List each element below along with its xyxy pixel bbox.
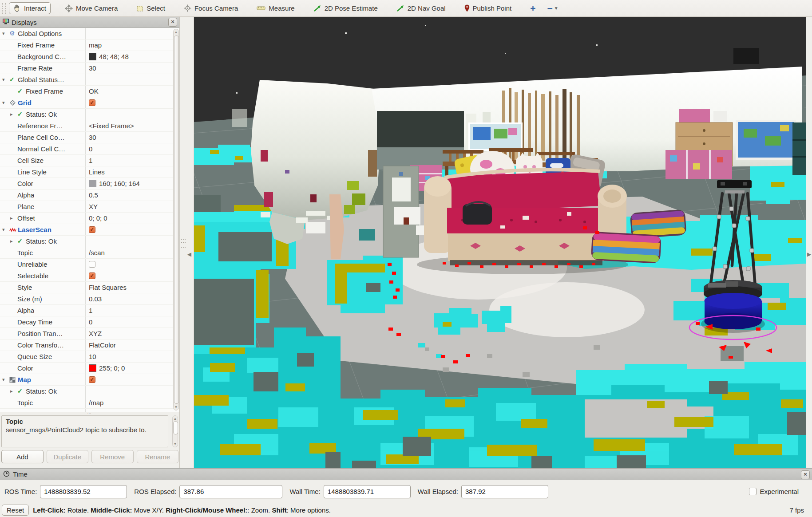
property-value[interactable]: 10 <box>86 351 179 362</box>
tree-row[interactable]: Frame Rate30 <box>0 63 179 74</box>
property-value[interactable]: ✓ <box>86 224 179 235</box>
tree-row[interactable]: Cell Size1 <box>0 155 179 166</box>
tree-row[interactable]: PlaneXY <box>0 201 179 213</box>
wall-elapsed-input[interactable] <box>461 485 548 498</box>
tree-row[interactable]: Reference Fr…<Fixed Frame> <box>0 120 179 132</box>
experimental-checkbox[interactable] <box>749 488 757 495</box>
close-icon[interactable]: × <box>801 470 810 479</box>
tree-row[interactable]: ▾Map✓ <box>0 374 179 386</box>
tree-row[interactable]: ▾LaserScan✓ <box>0 224 179 236</box>
right-panel-strip[interactable]: ▶ <box>806 17 812 468</box>
property-value[interactable]: ✓ <box>86 97 179 108</box>
pose-estimate-tool-button[interactable]: 2D Pose Estimate <box>309 2 382 14</box>
property-value[interactable]: Lines <box>86 166 179 178</box>
tree-row[interactable]: Size (m)0.03 <box>0 293 179 305</box>
ros-elapsed-input[interactable] <box>179 485 282 498</box>
expander-right-icon[interactable]: ▸ <box>10 386 17 397</box>
property-value[interactable]: ✓ <box>86 374 179 385</box>
scroll-down-icon[interactable]: ▼ <box>174 405 178 409</box>
scroll-up-icon[interactable]: ▲ <box>173 417 178 421</box>
expander-right-icon[interactable]: ▸ <box>10 236 17 247</box>
remove-tool-button[interactable]: − <box>547 3 552 14</box>
checkbox-checked[interactable]: ✓ <box>89 272 95 279</box>
property-value[interactable] <box>86 28 179 39</box>
tree-row[interactable]: Selectable✓ <box>0 270 179 282</box>
property-value[interactable]: 160; 160; 164 <box>86 178 179 189</box>
property-value[interactable]: FlatColor <box>86 339 179 351</box>
expander-down-icon[interactable]: ▾ <box>2 28 9 39</box>
displays-tree[interactable]: ▾⚙Global OptionsFixed FramemapBackground… <box>0 28 179 412</box>
tree-row[interactable]: ▸✓Status: Ok <box>0 236 179 247</box>
focus-camera-tool-button[interactable]: Focus Camera <box>179 2 242 14</box>
tree-row[interactable]: Position Tran…XYZ <box>0 328 179 339</box>
tree-row[interactable]: Queue Size10 <box>0 351 179 363</box>
expander-right-icon[interactable]: ▸ <box>10 213 17 224</box>
tree-row[interactable]: ▸✓Status: Ok <box>0 386 179 397</box>
ros-time-input[interactable] <box>40 485 127 498</box>
property-value[interactable]: 48; 48; 48 <box>86 51 179 62</box>
move-camera-tool-button[interactable]: Move Camera <box>60 2 122 15</box>
property-value[interactable]: 0 <box>86 143 179 154</box>
duplicate-display-button[interactable]: Duplicate <box>47 450 89 463</box>
interact-tool-button[interactable]: Interact <box>9 2 51 14</box>
panel-splitter[interactable]: ◀ <box>180 17 194 468</box>
property-value[interactable]: <Fixed Frame> <box>86 120 179 131</box>
select-tool-button[interactable]: Select <box>132 2 170 14</box>
nav-goal-tool-button[interactable]: 2D Nav Goal <box>392 2 450 14</box>
property-value[interactable] <box>86 236 179 247</box>
tree-row[interactable]: ▸✓Status: Ok <box>0 109 179 120</box>
tree-row[interactable]: Normal Cell C…0 <box>0 143 179 155</box>
property-value[interactable]: 0.03 <box>86 293 179 304</box>
property-value[interactable] <box>86 74 179 85</box>
property-value[interactable]: 0.7 <box>86 409 179 412</box>
property-value[interactable]: XY <box>86 201 179 212</box>
tree-row[interactable]: ▾⚙Global Options <box>0 28 179 39</box>
tree-description-splitter[interactable]: ⋯ <box>0 412 179 415</box>
measure-tool-button[interactable]: Measure <box>252 2 299 14</box>
tree-row[interactable]: Plane Cell Co…30 <box>0 132 179 143</box>
description-scrollbar[interactable]: ▲ ▼ <box>172 415 178 447</box>
scrollbar-thumb[interactable] <box>173 421 178 434</box>
property-value[interactable]: /scan <box>86 247 179 258</box>
tree-row[interactable]: Unreliable <box>0 259 179 270</box>
tree-row[interactable]: Alpha0.5 <box>0 189 179 201</box>
expander-down-icon[interactable]: ▾ <box>2 97 9 108</box>
tree-row[interactable]: Topic/map <box>0 397 179 409</box>
scroll-up-icon[interactable]: ▲ <box>174 30 178 34</box>
remove-display-button[interactable]: Remove <box>91 450 134 463</box>
property-value[interactable]: 1 <box>86 305 179 316</box>
property-value[interactable]: /map <box>86 397 179 408</box>
tree-row[interactable]: StyleFlat Squares <box>0 282 179 293</box>
property-value[interactable] <box>86 386 179 397</box>
tree-row[interactable]: ✓Fixed FrameOK <box>0 86 179 97</box>
expander-down-icon[interactable]: ▾ <box>2 224 9 235</box>
tree-row[interactable]: Alpha1 <box>0 305 179 316</box>
tree-row[interactable]: Line StyleLines <box>0 166 179 178</box>
tree-row[interactable]: Fixed Framemap <box>0 39 179 51</box>
scrollbar-thumb[interactable] <box>174 36 179 404</box>
reset-button[interactable]: Reset <box>2 505 29 516</box>
displays-panel-header[interactable]: Displays × <box>0 17 179 28</box>
tree-row[interactable]: Color255; 0; 0 <box>0 363 179 374</box>
tree-row[interactable]: ▸Offset0; 0; 0 <box>0 213 179 224</box>
expander-down-icon[interactable]: ▾ <box>2 374 9 385</box>
checkbox-checked[interactable]: ✓ <box>89 376 95 383</box>
tree-row[interactable]: Color160; 160; 164 <box>0 178 179 189</box>
property-value[interactable]: OK <box>86 86 179 97</box>
time-panel-header[interactable]: Time × <box>0 468 812 480</box>
property-value[interactable]: 0.5 <box>86 189 179 201</box>
tree-row[interactable]: Background C…48; 48; 48 <box>0 51 179 63</box>
property-value[interactable] <box>86 259 179 270</box>
property-value[interactable]: map <box>86 39 179 51</box>
checkbox-unchecked[interactable] <box>89 261 95 268</box>
rename-display-button[interactable]: Rename <box>137 450 179 463</box>
property-value[interactable]: Flat Squares <box>86 282 179 293</box>
splitter-grip-icon[interactable] <box>181 239 186 248</box>
property-value[interactable]: 1 <box>86 155 179 166</box>
tree-scrollbar[interactable]: ▲ ▼ <box>173 29 179 410</box>
close-icon[interactable]: × <box>168 18 177 27</box>
property-value[interactable] <box>86 109 179 120</box>
collapse-left-icon[interactable]: ◀ <box>187 251 191 257</box>
tree-row[interactable]: Topic/scan <box>0 247 179 259</box>
property-value[interactable]: ✓ <box>86 270 179 281</box>
